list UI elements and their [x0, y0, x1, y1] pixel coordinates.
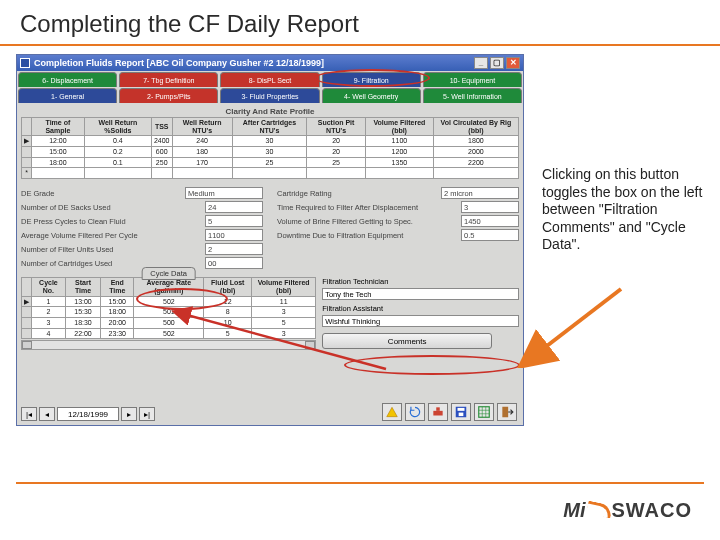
field-left-input[interactable]: 1100 [205, 229, 263, 241]
cell[interactable]: 0.1 [84, 157, 151, 168]
cell[interactable]: 5 [204, 328, 252, 339]
table-row[interactable]: ▶113:0015:005021211 [22, 296, 316, 307]
field-left-input[interactable]: 24 [205, 201, 263, 213]
exit-icon[interactable] [497, 403, 517, 421]
cell[interactable]: 15:00 [101, 296, 134, 307]
section-title-clarity: Clarity And Rate Profile [21, 107, 519, 116]
cell[interactable]: 1350 [365, 157, 433, 168]
field-right-input[interactable]: 1450 [461, 215, 519, 227]
cell[interactable]: 1 [32, 296, 66, 307]
nav-first-button[interactable]: |◂ [21, 407, 37, 421]
cell[interactable]: 180 [172, 147, 232, 158]
cell[interactable]: 15:00 [32, 147, 85, 158]
cell[interactable]: 0.4 [84, 136, 151, 147]
triangle-icon[interactable] [382, 403, 402, 421]
cell[interactable]: 500 [134, 317, 204, 328]
field-right-input[interactable]: 2 micron [441, 187, 519, 199]
cell[interactable]: 2 [32, 307, 66, 318]
field-left-input[interactable]: 2 [205, 243, 263, 255]
maximize-button[interactable]: ▢ [490, 57, 504, 69]
save-icon[interactable] [451, 403, 471, 421]
table-row[interactable]: 318:3020:00500105 [22, 317, 316, 328]
cell[interactable]: 0.2 [84, 147, 151, 158]
record-navigator: |◂ ◂ 12/18/1999 ▸ ▸| [21, 407, 155, 421]
cell[interactable]: 2400 [151, 136, 172, 147]
tab-well-information[interactable]: 5- Well Information [423, 88, 522, 103]
minimize-button[interactable]: _ [474, 57, 488, 69]
cycle-scrollbar[interactable] [21, 340, 316, 350]
close-button[interactable]: ✕ [506, 57, 520, 69]
table-row[interactable]: ▶12:000.42400240302011001800 [22, 136, 519, 147]
cell[interactable]: 1800 [433, 136, 518, 147]
cell[interactable]: 13:00 [65, 296, 100, 307]
cell[interactable]: 30 [232, 136, 306, 147]
tab-tbg-definition[interactable]: 7- Tbg Definition [119, 72, 218, 87]
cell[interactable]: 1200 [365, 147, 433, 158]
nav-prev-button[interactable]: ◂ [39, 407, 55, 421]
cell[interactable]: 18:00 [32, 157, 85, 168]
tab-general[interactable]: 1- General [18, 88, 117, 103]
filtration-tech-input[interactable]: Tony the Tech [322, 288, 519, 300]
cell[interactable]: 3 [252, 307, 316, 318]
table-row[interactable]: 422:0023:3050253 [22, 328, 316, 339]
cell[interactable]: 25 [307, 157, 366, 168]
cell[interactable]: 23:30 [101, 328, 134, 339]
field-right-label: Volume of Brine Filtered Getting to Spec… [277, 217, 457, 226]
comments-button[interactable]: Comments [322, 333, 492, 349]
cell[interactable]: 22:00 [65, 328, 100, 339]
cell[interactable]: 8 [204, 307, 252, 318]
field-left-input[interactable]: Medium [185, 187, 263, 199]
cell[interactable]: 25 [232, 157, 306, 168]
rotate-icon[interactable] [405, 403, 425, 421]
table-row[interactable]: 15:000.2600180302012002000 [22, 147, 519, 158]
cell[interactable]: 502 [134, 328, 204, 339]
cell[interactable]: 2200 [433, 157, 518, 168]
filtration-asst-input[interactable]: Wishful Thinking [322, 315, 519, 327]
cell[interactable]: 4 [32, 328, 66, 339]
cycle-data-tab[interactable]: Cycle Data [141, 267, 196, 280]
cell[interactable]: 15:30 [65, 307, 100, 318]
cell[interactable]: 600 [151, 147, 172, 158]
nav-last-button[interactable]: ▸| [139, 407, 155, 421]
cell[interactable]: 20 [307, 136, 366, 147]
clarity-grid[interactable]: Time of SampleWell Return %SolidsTSSWell… [21, 117, 519, 179]
cell[interactable]: 10 [204, 317, 252, 328]
tab-filtration[interactable]: 9- Filtration [322, 72, 421, 87]
cell[interactable]: 1100 [365, 136, 433, 147]
field-left-input[interactable]: 5 [205, 215, 263, 227]
tab-fluid-properties[interactable]: 3- Fluid Properties [220, 88, 319, 103]
cell[interactable]: 20:00 [101, 317, 134, 328]
cell[interactable]: 12:00 [32, 136, 85, 147]
tab-well-geometry[interactable]: 4- Well Geometry [322, 88, 421, 103]
cell[interactable]: 20 [307, 147, 366, 158]
cell[interactable]: 18:30 [65, 317, 100, 328]
cell[interactable]: 170 [172, 157, 232, 168]
table-row[interactable]: * [22, 168, 519, 179]
cell[interactable]: 30 [232, 147, 306, 158]
cell[interactable]: 2000 [433, 147, 518, 158]
field-right-input[interactable]: 0.5 [461, 229, 519, 241]
tab-displacement[interactable]: 6- Displacement [18, 72, 117, 87]
nav-next-button[interactable]: ▸ [121, 407, 137, 421]
cell[interactable]: 12 [204, 296, 252, 307]
cycle-grid[interactable]: Cycle No.Start TimeEnd TimeAverage Rate … [21, 277, 316, 339]
cell[interactable]: 5 [252, 317, 316, 328]
table-row[interactable]: 18:000.1250170252513502200 [22, 157, 519, 168]
cell[interactable]: 18:00 [101, 307, 134, 318]
cell[interactable]: 3 [252, 328, 316, 339]
tab-pumps-pits[interactable]: 2- Pumps/Pits [119, 88, 218, 103]
cell[interactable]: 3 [32, 317, 66, 328]
field-right-input[interactable]: 3 [461, 201, 519, 213]
tab-displ-sect[interactable]: 8- DisPL Sect [220, 72, 319, 87]
table-row[interactable]: 215:3018:0050183 [22, 307, 316, 318]
field-left-label: DE Grade [21, 189, 181, 198]
grid-icon[interactable] [474, 403, 494, 421]
cell[interactable]: 502 [134, 296, 204, 307]
pump-icon[interactable] [428, 403, 448, 421]
cell[interactable]: 240 [172, 136, 232, 147]
tab-equipment[interactable]: 10- Equipment [423, 72, 522, 87]
field-left-input[interactable]: 00 [205, 257, 263, 269]
cell[interactable]: 250 [151, 157, 172, 168]
cell[interactable]: 11 [252, 296, 316, 307]
cell[interactable]: 501 [134, 307, 204, 318]
